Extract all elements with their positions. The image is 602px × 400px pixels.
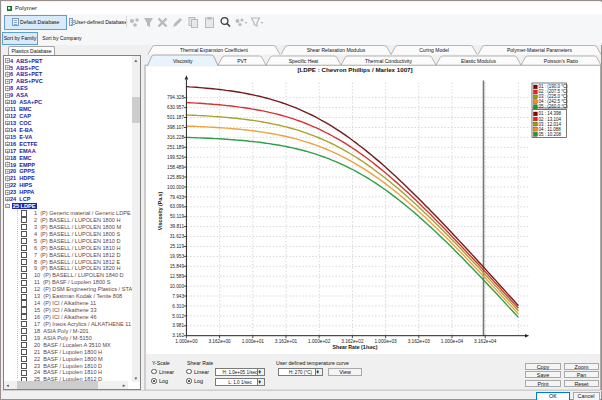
svg-text:3.981: 3.981 <box>172 323 184 328</box>
svg-text:158.489: 158.489 <box>167 165 184 170</box>
svg-text:199.526: 199.526 <box>167 155 184 160</box>
svg-text:6.310: 6.310 <box>172 304 184 309</box>
svg-text:794.328: 794.328 <box>167 95 184 100</box>
svg-text:398.107: 398.107 <box>167 125 184 130</box>
svg-text:3.162e+00: 3.162e+00 <box>208 339 231 344</box>
svg-text:50.119: 50.119 <box>170 214 184 219</box>
svg-text:100.000: 100.000 <box>167 185 184 190</box>
svg-text:12.589: 12.589 <box>170 274 185 279</box>
svg-text:19.953: 19.953 <box>170 254 185 259</box>
svg-text:05 : (260.0 °C): 05 : (260.0 °C) <box>539 104 569 109</box>
svg-text:7.943: 7.943 <box>172 294 184 299</box>
svg-text:Shear Rate (1/sec): Shear Rate (1/sec) <box>333 344 378 350</box>
svg-text:15.849: 15.849 <box>170 264 185 269</box>
svg-text:63.096: 63.096 <box>170 204 185 209</box>
svg-text:1.000e+00: 1.000e+00 <box>175 339 198 344</box>
svg-text:3.162e+04: 3.162e+04 <box>474 339 497 344</box>
svg-text:125.893: 125.893 <box>167 175 184 180</box>
svg-text:1.000e+01: 1.000e+01 <box>242 339 265 344</box>
svg-text:316.228: 316.228 <box>167 135 184 140</box>
svg-text:1.000e+02: 1.000e+02 <box>308 339 331 344</box>
svg-text:1.000e+04: 1.000e+04 <box>441 339 464 344</box>
svg-text:25.119: 25.119 <box>170 244 184 249</box>
svg-text:31.623: 31.623 <box>170 234 185 239</box>
svg-text:39.811: 39.811 <box>170 224 184 229</box>
svg-text:251.189: 251.189 <box>167 145 184 150</box>
svg-text:5.012: 5.012 <box>172 314 184 319</box>
svg-text:[LDPE : Chevron Phillips / Mar: [LDPE : Chevron Phillips / Marlex 1007] <box>297 66 412 73</box>
svg-text:501.187: 501.187 <box>167 115 184 120</box>
svg-text:05 : 10.208: 05 : 10.208 <box>539 132 562 137</box>
svg-text:630.957: 630.957 <box>167 105 184 110</box>
svg-text:3.162e+01: 3.162e+01 <box>275 339 298 344</box>
svg-text:3.162e+03: 3.162e+03 <box>408 339 431 344</box>
svg-text:79.433: 79.433 <box>170 195 185 200</box>
svg-text:Viscosity (Pa.s): Viscosity (Pa.s) <box>157 192 163 231</box>
svg-text:10.000: 10.000 <box>170 284 185 289</box>
svg-text:1.000e+03: 1.000e+03 <box>374 339 397 344</box>
